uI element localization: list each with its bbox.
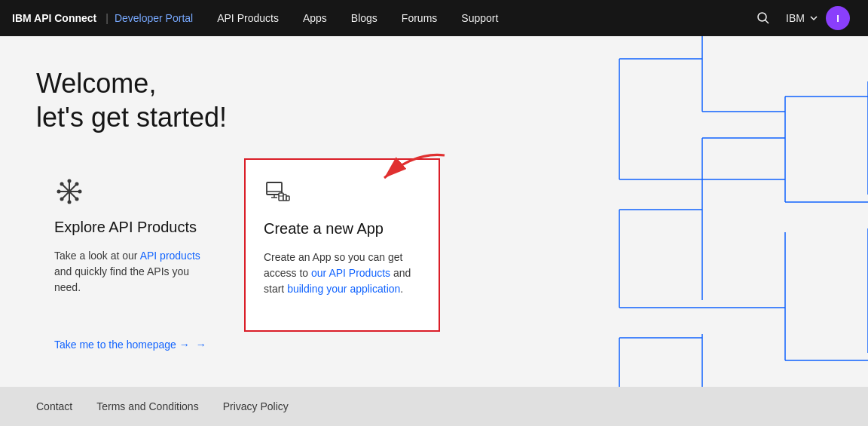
svg-point-27 xyxy=(68,179,72,183)
footer-privacy-link[interactable]: Privacy Policy xyxy=(223,400,289,412)
user-name: IBM xyxy=(786,12,805,24)
create-app-card[interactable]: Create a new App Create an App so you ca… xyxy=(244,158,440,332)
chevron-down-icon xyxy=(808,12,820,24)
nav-support[interactable]: Support xyxy=(449,0,510,36)
homepage-link-wrapper: Take me to the homepage → → xyxy=(54,314,214,351)
nav-forums[interactable]: Forums xyxy=(390,0,449,36)
navbar-right: IBM I xyxy=(750,5,856,32)
grid-decoration xyxy=(521,36,868,391)
search-button[interactable] xyxy=(750,5,777,32)
create-app-card-title: Create a new App xyxy=(264,220,420,238)
nav-separator: | xyxy=(105,12,108,24)
nav-blogs[interactable]: Blogs xyxy=(339,0,390,36)
svg-point-32 xyxy=(75,198,79,201)
create-app-card-description: Create an App so you can get access to o… xyxy=(264,250,420,297)
navbar: IBM API Connect | Developer Portal API P… xyxy=(0,0,868,36)
explore-card-title: Explore API Products xyxy=(54,219,214,236)
welcome-line1: Welcome, xyxy=(36,68,156,99)
nav-apps[interactable]: Apps xyxy=(291,0,339,36)
nav-links: API Products Apps Blogs Forums Support xyxy=(205,0,510,36)
building-link[interactable]: building your application xyxy=(287,283,400,295)
user-menu[interactable]: IBM I xyxy=(780,6,856,30)
arrow-right-icon: → xyxy=(196,339,206,351)
footer-contact-link[interactable]: Contact xyxy=(36,400,72,412)
explore-icon xyxy=(54,176,84,207)
svg-point-30 xyxy=(78,190,82,194)
avatar: I xyxy=(826,6,850,30)
explore-card-description: Take a look at our API products and quic… xyxy=(54,248,214,296)
svg-point-29 xyxy=(57,190,61,194)
homepage-link[interactable]: Take me to the homepage → → xyxy=(54,339,206,351)
search-icon xyxy=(756,11,771,26)
create-app-icon xyxy=(264,178,294,208)
explore-api-products-card[interactable]: Explore API Products Take a look at our … xyxy=(36,158,232,369)
main-content: Welcome, let's get started! xyxy=(0,36,868,383)
svg-point-31 xyxy=(60,182,64,186)
footer-terms-link[interactable]: Terms and Conditions xyxy=(96,400,198,412)
svg-point-0 xyxy=(758,13,766,21)
welcome-line2: let's get started! xyxy=(36,102,227,133)
homepage-link-text: Take me to the homepage → xyxy=(54,339,190,351)
svg-point-33 xyxy=(75,182,79,186)
our-api-link[interactable]: our API Products xyxy=(311,267,390,279)
svg-rect-39 xyxy=(279,193,283,201)
svg-point-28 xyxy=(68,201,72,204)
developer-portal-link[interactable]: Developer Portal xyxy=(115,12,193,24)
svg-point-34 xyxy=(60,198,64,201)
ibm-logo: IBM API Connect xyxy=(12,12,96,24)
navbar-brand: IBM API Connect | Developer Portal xyxy=(12,12,193,24)
nav-api-products[interactable]: API Products xyxy=(205,0,291,36)
svg-rect-41 xyxy=(286,196,289,201)
svg-line-1 xyxy=(766,20,769,24)
footer: Contact Terms and Conditions Privacy Pol… xyxy=(0,387,868,426)
api-products-link[interactable]: API products xyxy=(140,250,200,262)
